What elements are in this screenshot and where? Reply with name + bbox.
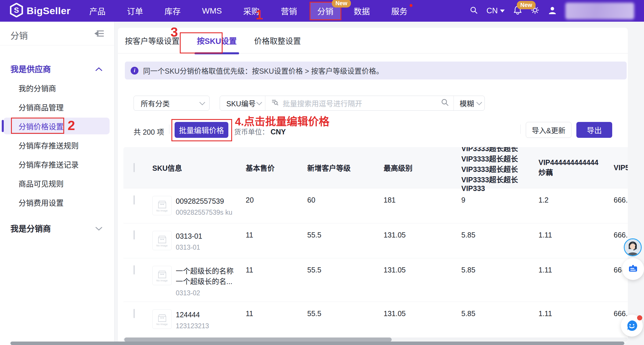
product-name: 124444 (176, 311, 200, 319)
cell-base-price: 11 (246, 231, 307, 258)
row-checkbox[interactable] (134, 265, 135, 274)
cell-vip3: 9 (461, 196, 538, 223)
nav-item-orders[interactable]: 订单 (116, 0, 154, 22)
cell-new-level: 55.5 (307, 266, 384, 302)
table-row: No Image 一个超级长的名称 一个超级长的名...0313-02 11 5… (123, 258, 628, 302)
cell-vip3: 5.85 (461, 231, 538, 258)
annotation-step2: 2 (68, 118, 75, 133)
table-horizontal-scrollbar (123, 337, 628, 342)
chat-board-icon (628, 264, 638, 274)
cell-vip4: 1.11 (538, 231, 614, 258)
nav-item-marketing[interactable]: 营销 (270, 0, 308, 22)
header-sku: SKU信息 (152, 162, 246, 173)
user-icon[interactable] (548, 6, 557, 16)
product-sku: 123123213 (176, 322, 209, 330)
sidebar-item-my-distributors[interactable]: 我的分销商 (0, 78, 114, 97)
header-max-level: 最高级别 (384, 162, 461, 173)
header-base-price: 基本售价 (246, 162, 307, 173)
search-icon[interactable] (470, 6, 478, 16)
product-name: 一个超级长的名称 一个超级长的名... (176, 267, 234, 285)
sidebar-item-product-visibility[interactable]: 商品可见规则 (0, 174, 114, 193)
cell-base-price: 20 (246, 196, 307, 223)
chevron-down-icon (199, 99, 205, 105)
sidebar-group-distributor[interactable]: 我是分销商 (0, 219, 114, 238)
price-table: SKU信息 基本售价 新增客户等级 最高级别 VIP3333超长超长 VIP33… (123, 147, 628, 337)
row-checkbox[interactable] (134, 195, 135, 205)
sidebar-collapse-icon[interactable] (95, 30, 104, 39)
svg-text:S: S (14, 6, 19, 14)
batch-search-input[interactable]: 批量搜索用逗号进行隔开 (265, 98, 454, 108)
nav-item-purchase[interactable]: 采购 (232, 0, 270, 22)
cell-new-level: 55.5 (307, 231, 384, 258)
cell-vip3: 5.85 (461, 266, 538, 302)
match-mode-select[interactable]: 模糊 (454, 96, 484, 110)
divider (169, 125, 169, 134)
service-notification-dot (410, 4, 412, 7)
chevron-down-icon (476, 99, 482, 105)
active-item-indicator (2, 120, 4, 132)
cell-max-level: 131.05 (384, 309, 461, 337)
annotation-step4: 4.点击批量编辑价格 (235, 113, 330, 129)
info-icon: i (131, 67, 138, 75)
list-search-icon (271, 99, 279, 108)
tab-price-rounding[interactable]: 价格取整设置 (254, 28, 301, 53)
divider (520, 125, 521, 134)
user-account-blurred[interactable] (565, 3, 634, 19)
cell-max-level: 181 (384, 196, 461, 223)
cell-max-level: 131.05 (384, 266, 461, 302)
sidebar-item-fee-settings[interactable]: 分销费用设置 (0, 193, 114, 212)
nav-item-inventory[interactable]: 库存 (154, 0, 191, 22)
feedback-smiley-button[interactable] (621, 315, 643, 337)
sidebar-item-product-management[interactable]: 分销商品管理 (0, 97, 114, 116)
sidebar: 分销 我是供应商 我的分销商 分销商品管理 分销价格设置 2 分销库存推送规则 … (0, 22, 114, 345)
table-row: No Image 124444123123213 11 55.5 131.05 … (123, 302, 628, 337)
cell-new-level: 60 (307, 196, 384, 223)
row-checkbox[interactable] (134, 309, 135, 318)
no-image-placeholder: No Image (152, 266, 172, 285)
sidebar-item-price-settings[interactable]: 分销价格设置 2 (0, 116, 114, 136)
sidebar-item-stock-push-records[interactable]: 分销库存推送记录 (0, 155, 114, 174)
no-image-placeholder: No Image (152, 231, 172, 250)
cell-base-price: 11 (246, 266, 307, 302)
annotation-step3: 3 (171, 24, 178, 40)
sku-field-select[interactable]: SKU编号 (220, 96, 265, 110)
nav-item-distribution-active[interactable]: 分销 New (310, 2, 341, 20)
sidebar-header: 分销 (0, 22, 114, 45)
annotation-box-step2 (11, 118, 64, 134)
currency-value: CNY (271, 128, 286, 136)
smiley-icon (626, 319, 638, 332)
cell-base-price: 11 (246, 309, 307, 337)
page-horizontal-scrollbar[interactable] (10, 342, 624, 345)
category-select[interactable]: 所有分类 (134, 96, 210, 111)
table-row: No Image 0313-010313-01 11 55.5 131.05 5… (123, 223, 628, 258)
logo[interactable]: S BigSeller (10, 0, 71, 22)
import-update-button[interactable]: 导入&更新 (526, 122, 571, 138)
scrollbar-thumb[interactable] (124, 337, 392, 342)
top-navbar: S BigSeller 产品 订单 库存 WMS 采购 营销 分销 New 数据… (0, 0, 644, 22)
cell-max-level: 131.05 (384, 231, 461, 258)
export-button[interactable]: 导出 (576, 122, 612, 138)
search-placeholder: 批量搜索用逗号进行隔开 (283, 98, 437, 108)
magnifier-icon[interactable] (441, 98, 449, 108)
logo-text: BigSeller (27, 5, 71, 16)
customer-service-avatar[interactable] (624, 238, 642, 256)
no-image-placeholder: No Image (152, 196, 172, 215)
cell-vip4: 1.11 (538, 266, 614, 302)
nav-item-data[interactable]: 数据 (343, 0, 381, 22)
notification-dot (637, 315, 642, 320)
row-checkbox[interactable] (134, 230, 135, 240)
cell-vip4: 1.2 (538, 196, 614, 223)
bell-new-badge: New (517, 1, 536, 9)
help-chat-button[interactable] (622, 258, 644, 280)
select-all-checkbox[interactable] (134, 163, 135, 172)
header-vip4: VIP444444444444 炒藕 (538, 158, 614, 177)
sidebar-item-stock-push-rules[interactable]: 分销库存推送规则 (0, 136, 114, 155)
nav-item-products[interactable]: 产品 (79, 0, 116, 22)
product-sku: 0313-01 (176, 244, 202, 251)
notifications-bell[interactable]: New (513, 5, 522, 16)
sidebar-group-supplier[interactable]: 我是供应商 (0, 59, 114, 78)
language-selector[interactable]: CN (486, 6, 505, 15)
chevron-down-icon (500, 10, 505, 12)
nav-item-service[interactable]: 服务 (381, 0, 418, 22)
nav-item-wms[interactable]: WMS (191, 0, 232, 22)
